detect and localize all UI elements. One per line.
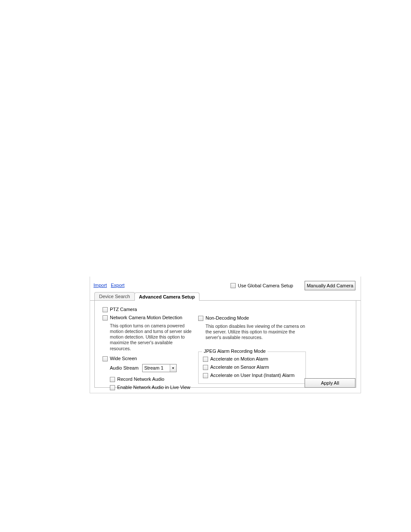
export-link[interactable]: Export — [111, 283, 125, 288]
camera-setup-panel: Import Export Use Global Camera Setup Ma… — [90, 277, 361, 393]
audio-stream-select[interactable]: Stream 1 ▼ — [142, 364, 177, 372]
nondecode-help-text: This option disables live viewing of the… — [206, 324, 306, 340]
left-column: PTZ Camera Network Camera Motion Detecti… — [103, 307, 193, 393]
jpeg-alarm-title: JPEG Alarm Recording Mode — [202, 348, 268, 354]
network-motion-detection-checkbox[interactable] — [103, 315, 108, 320]
ptz-camera-label: PTZ Camera — [110, 307, 137, 312]
jpeg-alarm-groupbox: JPEG Alarm Recording Mode Accelerate on … — [198, 352, 306, 384]
accelerate-user-input-alarm-label: Accelerate on User Input (Instant) Alarm — [210, 373, 295, 378]
audio-stream-label: Audio Stream — [110, 365, 139, 370]
non-decoding-label: Non-Decoding Mode — [206, 315, 249, 320]
accelerate-motion-alarm-label: Accelerate on Motion Alarm — [210, 356, 268, 361]
record-network-audio-label: Record Network Audio — [117, 376, 164, 382]
accel-sensor-row: Accelerate on Sensor Alarm — [203, 364, 301, 370]
accelerate-motion-alarm-checkbox[interactable] — [203, 357, 208, 362]
import-export-links: Import Export — [93, 283, 127, 288]
enable-network-audio-live-checkbox[interactable] — [110, 385, 115, 390]
nondecode-row: Non-Decoding Mode — [198, 315, 306, 321]
motion-help-text: This option turns on camera powered moti… — [110, 323, 193, 352]
enable-network-audio-live-label: Enable Network Audio in Live View — [117, 385, 190, 390]
enable-audio-row: Enable Network Audio in Live View — [110, 385, 193, 390]
right-column: Non-Decoding Mode This option disables l… — [198, 315, 306, 345]
tabstrip: Device Search Advanced Camera Setup — [90, 292, 361, 301]
accelerate-user-input-alarm-checkbox[interactable] — [203, 373, 208, 378]
use-global-checkbox[interactable] — [230, 283, 236, 288]
accelerate-sensor-alarm-checkbox[interactable] — [203, 365, 208, 370]
ptz-row: PTZ Camera — [103, 307, 193, 312]
record-audio-row: Record Network Audio — [110, 376, 193, 382]
wide-screen-checkbox[interactable] — [103, 356, 108, 361]
top-toolbar: Import Export Use Global Camera Setup Ma… — [90, 277, 361, 292]
chevron-down-icon: ▼ — [170, 364, 176, 372]
widescreen-row: Wide Screen — [103, 356, 193, 361]
manually-add-camera-button[interactable]: Manually Add Camera — [305, 281, 355, 290]
record-network-audio-checkbox[interactable] — [110, 377, 115, 382]
accelerate-sensor-alarm-label: Accelerate on Sensor Alarm — [210, 364, 269, 370]
motion-row: Network Camera Motion Detection — [103, 315, 193, 320]
network-motion-detection-label: Network Camera Motion Detection — [110, 315, 182, 320]
audio-stream-row: Audio Stream Stream 1 ▼ — [110, 364, 193, 372]
wide-screen-label: Wide Screen — [110, 356, 137, 361]
accel-motion-row: Accelerate on Motion Alarm — [203, 356, 301, 362]
tab-device-search[interactable]: Device Search — [94, 292, 135, 300]
use-global-wrap: Use Global Camera Setup — [230, 283, 293, 288]
tab-advanced-camera-setup[interactable]: Advanced Camera Setup — [134, 292, 200, 301]
audio-stream-value: Stream 1 — [144, 365, 164, 370]
ptz-camera-checkbox[interactable] — [103, 307, 108, 312]
accel-user-row: Accelerate on User Input (Instant) Alarm — [203, 373, 301, 378]
import-link[interactable]: Import — [93, 283, 107, 288]
tab-body: PTZ Camera Network Camera Motion Detecti… — [94, 301, 356, 388]
apply-all-button[interactable]: Apply All — [305, 378, 355, 388]
use-global-label: Use Global Camera Setup — [238, 283, 293, 288]
non-decoding-checkbox[interactable] — [198, 316, 203, 321]
